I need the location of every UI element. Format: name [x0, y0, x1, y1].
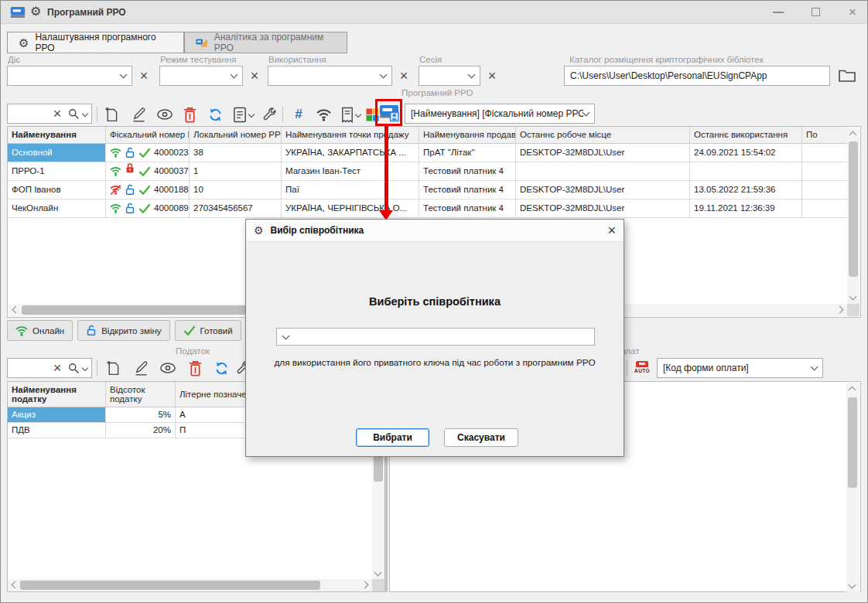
cell-name[interactable]: Основной — [8, 144, 106, 162]
scroll-down-icon[interactable] — [849, 293, 857, 301]
report-button[interactable] — [230, 104, 256, 124]
catalog-path-input[interactable]: C:\Users\User\Desktop\Personal\EUSignCPA… — [564, 66, 830, 86]
vertical-scrollbar[interactable] — [846, 383, 859, 592]
column-header[interactable]: Найменування продавця — [419, 127, 516, 144]
cell-last-used[interactable]: 13.05.2022 21:59:36 — [690, 181, 802, 199]
cell-fiscal[interactable]: 4000089... — [106, 199, 190, 218]
filter-testmode-combobox[interactable] — [159, 66, 243, 86]
tax-delete-button[interactable] — [185, 358, 205, 378]
table-row[interactable]: Основной 4000023... 38 УКРАЇНА, ЗАКАРПАТ… — [8, 144, 849, 162]
cell-workplace[interactable] — [516, 162, 690, 181]
cell-name[interactable]: ПРРО-1 — [8, 162, 106, 181]
column-header[interactable]: Найменування точки продажу — [282, 127, 419, 144]
cell-seller[interactable]: Тестовий платник 4 — [419, 162, 516, 181]
cell-last-used[interactable] — [690, 162, 802, 181]
payment-code-combobox[interactable]: [Код форми оплати] — [657, 358, 823, 378]
refresh-button[interactable] — [205, 104, 225, 124]
horizontal-scrollbar[interactable] — [8, 579, 372, 591]
cell-extra[interactable] — [802, 144, 849, 162]
cell-name[interactable]: ФОП Іванов — [8, 181, 106, 199]
cell-seller[interactable]: Тестовий платник 4 — [419, 199, 516, 218]
status-chip-shift-open[interactable]: Відкрито зміну — [77, 320, 169, 341]
cell-sale-point[interactable]: Магазин Іван-Тест — [282, 162, 419, 181]
rro-search-input[interactable]: × — [7, 104, 92, 124]
search-clear-icon[interactable]: × — [50, 361, 64, 375]
tax-search-input[interactable]: × — [7, 358, 92, 378]
cell-tax-percent[interactable]: 5% — [106, 407, 176, 423]
scroll-down-icon[interactable] — [849, 581, 856, 589]
browse-folder-button[interactable] — [838, 67, 856, 83]
table-row[interactable]: ЧекОнлайн 4000089... 270345456567 УКРАЇН… — [8, 199, 849, 218]
auto-payment-button[interactable]: AUTO — [632, 357, 652, 377]
scroll-up-icon[interactable] — [849, 131, 857, 139]
sort-combobox[interactable]: [Найменування] [Фіскальний номер РРО] — [405, 104, 595, 124]
column-header[interactable]: Найменування — [8, 127, 106, 144]
connection-button[interactable] — [313, 104, 333, 124]
cell-sale-point[interactable]: УКРАЇНА, ЗАКАРПАТСЬКА ... — [282, 144, 419, 162]
dialog-titlebar[interactable]: ⚙ Вибір співробітника × — [246, 220, 624, 242]
number-button[interactable]: # — [289, 104, 309, 124]
column-header[interactable]: Останнє використання — [690, 127, 802, 144]
cell-local[interactable]: 38 — [190, 144, 282, 162]
filter-usage-combobox[interactable] — [268, 66, 392, 86]
minimize-button[interactable] — [765, 1, 791, 23]
scroll-left-icon[interactable] — [12, 581, 19, 589]
column-header[interactable]: По — [802, 127, 849, 144]
delete-button[interactable] — [179, 104, 200, 124]
filter-session-clear-button[interactable]: × — [485, 69, 499, 83]
cell-local[interactable]: 270345456567 — [190, 199, 282, 218]
scroll-up-icon[interactable] — [849, 387, 856, 394]
table-row[interactable]: ПРРО-1 4000037... 1 Магазин Іван-Тест Те… — [8, 162, 849, 181]
status-chip-online[interactable]: Онлайн — [7, 320, 73, 341]
maximize-button[interactable] — [802, 1, 829, 23]
edit-button[interactable] — [128, 104, 149, 124]
add-button[interactable] — [101, 104, 121, 124]
select-employee-button[interactable] — [379, 103, 399, 122]
cell-sale-point[interactable]: УКРАЇНА, ЧЕРНІГІВСЬКА О... — [282, 199, 419, 218]
cell-fiscal[interactable]: 4000188... — [106, 181, 190, 199]
cell-extra[interactable] — [802, 199, 849, 218]
scroll-right-icon[interactable] — [361, 581, 369, 589]
vertical-scrollbar[interactable] — [847, 128, 859, 305]
status-chip-ready[interactable]: Готовий — [175, 320, 241, 341]
filter-session-combobox[interactable] — [419, 66, 480, 86]
cell-extra[interactable] — [802, 162, 849, 181]
column-header[interactable]: Фіскальний номер РРО — [106, 127, 190, 144]
cell-name[interactable]: ЧекОнлайн — [8, 199, 106, 218]
cell-workplace[interactable]: DESKTOP-32M8DJL\User — [516, 199, 690, 218]
cell-workplace[interactable]: DESKTOP-32M8DJL\User — [516, 144, 690, 162]
dialog-close-button[interactable]: × — [607, 223, 616, 237]
cell-seller[interactable]: Тестовий платник 4 — [419, 181, 516, 199]
cell-local[interactable]: 10 — [190, 181, 282, 199]
tools-button[interactable] — [259, 104, 279, 124]
close-button[interactable]: × — [839, 1, 866, 23]
tab-settings[interactable]: ⚙ Налаштування програмного РРО — [7, 32, 184, 53]
select-button[interactable]: Вибрати — [356, 428, 429, 447]
column-header[interactable]: Останнє робоче місце — [516, 127, 690, 144]
receipt-button[interactable] — [338, 104, 363, 124]
search-clear-icon[interactable]: × — [50, 107, 64, 121]
tax-edit-button[interactable] — [131, 358, 151, 378]
tax-refresh-button[interactable] — [211, 358, 231, 378]
cell-fiscal[interactable]: 4000023... — [106, 144, 190, 162]
cell-last-used[interactable]: 19.11.2021 12:36:39 — [690, 199, 802, 218]
scroll-right-icon[interactable] — [836, 306, 844, 314]
column-header[interactable]: Локальний номер РРО — [190, 127, 282, 144]
cell-tax-name[interactable]: ПДВ — [8, 423, 106, 438]
cell-seller[interactable]: ПрАТ "Літак" — [419, 144, 516, 162]
column-header[interactable]: Найменування податку — [8, 382, 106, 407]
scroll-left-icon[interactable] — [12, 306, 20, 314]
tax-add-button[interactable] — [103, 358, 123, 378]
scrollbar-thumb[interactable] — [20, 581, 320, 590]
scroll-down-icon[interactable] — [374, 569, 382, 577]
filter-action-combobox[interactable] — [7, 66, 132, 86]
cell-workplace[interactable]: DESKTOP-32M8DJL\User — [516, 181, 690, 199]
filter-testmode-clear-button[interactable]: × — [248, 69, 261, 83]
cell-sale-point[interactable]: Паї — [282, 181, 419, 199]
employee-combobox[interactable] — [276, 328, 595, 346]
tab-analytics[interactable]: Аналітика за програмним РРО — [184, 32, 347, 53]
scrollbar-thumb[interactable] — [848, 397, 857, 488]
column-header[interactable]: Відсоток податку — [106, 382, 176, 407]
cell-extra[interactable] — [802, 181, 849, 199]
table-row[interactable]: ФОП Іванов 4000188... 10 Паї Тестовий пл… — [8, 181, 849, 199]
